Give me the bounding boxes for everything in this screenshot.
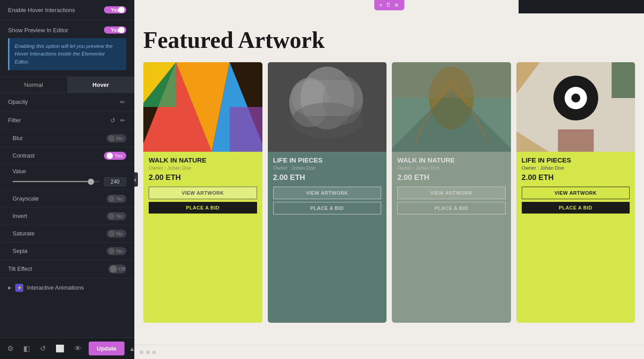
move-icon[interactable]: ⠿ (385, 2, 392, 9)
tilt-value: Off (119, 266, 125, 272)
update-button[interactable]: Update (89, 342, 125, 355)
place-bid-btn-4[interactable]: PLACE A BID (522, 202, 630, 214)
filter-row: Filter ↺ ✏ (0, 111, 134, 130)
grayscale-value: No (116, 196, 123, 201)
show-preview-label: Show Preview In Editor (8, 27, 68, 34)
slider-fill (13, 181, 91, 182)
saturate-toggle[interactable]: No (107, 230, 126, 238)
invert-value: No (116, 214, 123, 219)
filter-edit-icon[interactable]: ✏ (119, 116, 126, 125)
saturate-label: Saturate (13, 230, 34, 237)
card-title-1: WALK IN NATURE (149, 156, 257, 164)
sepia-dot (108, 248, 115, 254)
card-body-4: LIFE IN PIECES Owner : Johan Doe 2.00 ET… (516, 152, 635, 323)
responsive-icon[interactable]: ⬜ (53, 342, 67, 355)
invert-row: Invert No (0, 208, 134, 225)
filter-controls: ↺ ✏ (109, 116, 126, 125)
settings-icon[interactable]: ⚙ (4, 342, 16, 355)
close-icon[interactable]: ✕ (393, 2, 400, 9)
contrast-toggle[interactable]: Yes (104, 152, 126, 160)
tilt-label: Tilt Effect (8, 265, 32, 272)
filter-label: Filter (8, 117, 21, 124)
card-actions-4: VIEW ARTWORK PLACE A BID (522, 187, 630, 214)
animation-icon: ⚡ (15, 284, 23, 292)
tilt-toggle[interactable]: Off (108, 265, 126, 274)
featured-title: Featured Artwork (143, 27, 635, 53)
top-bar: + ⠿ ✕ (134, 0, 644, 13)
tilt-effect-row: Tilt Effect Off (0, 260, 134, 278)
grayscale-toggle[interactable]: No (107, 195, 126, 203)
view-artwork-btn-2[interactable]: VIEW ARTWORK (273, 187, 382, 199)
sepia-value: No (116, 248, 123, 254)
grayscale-dot (108, 196, 115, 202)
place-bid-btn-1[interactable]: PLACE A BID (149, 202, 257, 214)
interactive-animations-label: Interactive Animations (27, 284, 84, 291)
sepia-label: Sepia (13, 248, 27, 254)
contrast-dot (107, 153, 113, 159)
opacity-row: Opacity ✏ (0, 93, 134, 111)
artwork-image-1 (143, 62, 262, 152)
layers-icon[interactable]: ◧ (21, 342, 33, 355)
card-owner-3: Owner : Johan Doe (397, 165, 506, 171)
place-bid-btn-2[interactable]: PLACE A BID (273, 202, 382, 214)
chevron-up-icon[interactable]: ▲ (129, 345, 134, 352)
slider-value[interactable]: 240 (104, 177, 126, 186)
history-icon[interactable]: ↺ (37, 342, 48, 355)
preview-icon[interactable]: 👁 (72, 342, 84, 355)
card-title-4: LIFE IN PIECES (522, 156, 630, 164)
card-actions-3: VIEW ARTWORK PLACE A BID (397, 187, 506, 214)
featured-section: Featured Artwork W (134, 13, 644, 341)
slider-track[interactable] (13, 181, 99, 182)
filter-reset-icon[interactable]: ↺ (109, 116, 116, 125)
interactive-animations-row[interactable]: ▶ ⚡ Interactive Animations (0, 278, 134, 297)
blur-label: Blur (13, 135, 23, 141)
place-bid-btn-3[interactable]: PLACE A BID (397, 202, 506, 214)
show-preview-toggle[interactable]: Yes (104, 26, 126, 34)
sepia-toggle[interactable]: No (107, 247, 126, 255)
saturate-value: No (116, 231, 123, 236)
grayscale-label: Grayscale (13, 195, 39, 202)
card-title-2: LIFE IN PIECES (273, 156, 382, 164)
opacity-controls: ✏ (119, 98, 126, 107)
hover-interactions-section: Enable Hover Interactions Yes (0, 0, 134, 20)
info-box: Enabling this option will let you previe… (8, 38, 126, 70)
blur-row: Blur No (0, 130, 134, 147)
show-preview-row: Show Preview In Editor Yes (8, 26, 126, 34)
blur-toggle[interactable]: No (107, 134, 126, 142)
card-owner-1: Owner : Johan Doe (149, 165, 257, 171)
view-artwork-btn-4[interactable]: VIEW ARTWORK (522, 187, 630, 199)
artwork-image-3 (392, 62, 511, 152)
value-slider-row: Value 240 (0, 165, 134, 190)
top-bar-right-panel (519, 0, 644, 13)
svg-marker-22 (611, 62, 635, 98)
card-owner-4: Owner : Johan Doe (522, 165, 630, 171)
card-owner-2: Owner : Johan Doe (273, 165, 382, 171)
value-label: Value (13, 168, 126, 175)
sepia-row: Sepia No (0, 243, 134, 260)
artwork-image-4 (516, 62, 635, 152)
slider-container: 240 (13, 177, 126, 186)
svg-rect-12 (291, 80, 363, 116)
card-body-3: WALK IN NATURE Owner : Johan Doe 2.00 ET… (392, 152, 511, 323)
svg-rect-24 (558, 129, 593, 152)
opacity-label: Opacity (8, 98, 28, 105)
status-dots (140, 350, 156, 354)
artwork-card-3: WALK IN NATURE Owner : Johan Doe 2.00 ET… (392, 62, 511, 323)
invert-toggle[interactable]: No (107, 212, 126, 220)
view-artwork-btn-1[interactable]: VIEW ARTWORK (149, 187, 257, 199)
tab-normal[interactable]: Normal (0, 77, 67, 93)
card-body-1: WALK IN NATURE Owner : Johan Doe 2.00 ET… (143, 152, 262, 323)
opacity-edit-icon[interactable]: ✏ (119, 98, 126, 107)
card-actions-2: VIEW ARTWORK PLACE A BID (273, 187, 382, 214)
slider-thumb[interactable] (88, 179, 94, 185)
card-price-1: 2.00 ETH (149, 173, 257, 182)
left-panel: Enable Hover Interactions Yes Show Previ… (0, 0, 134, 359)
view-artwork-btn-3[interactable]: VIEW ARTWORK (397, 187, 506, 199)
hover-interactions-toggle[interactable]: Yes (104, 6, 126, 13)
add-icon[interactable]: + (378, 2, 384, 9)
artwork-card-1: WALK IN NATURE Owner : Johan Doe 2.00 ET… (143, 62, 262, 323)
card-actions-1: VIEW ARTWORK PLACE A BID (149, 187, 257, 214)
tab-hover[interactable]: Hover (67, 77, 134, 93)
contrast-label: Contrast (13, 152, 34, 159)
status-dot-2 (146, 350, 150, 354)
